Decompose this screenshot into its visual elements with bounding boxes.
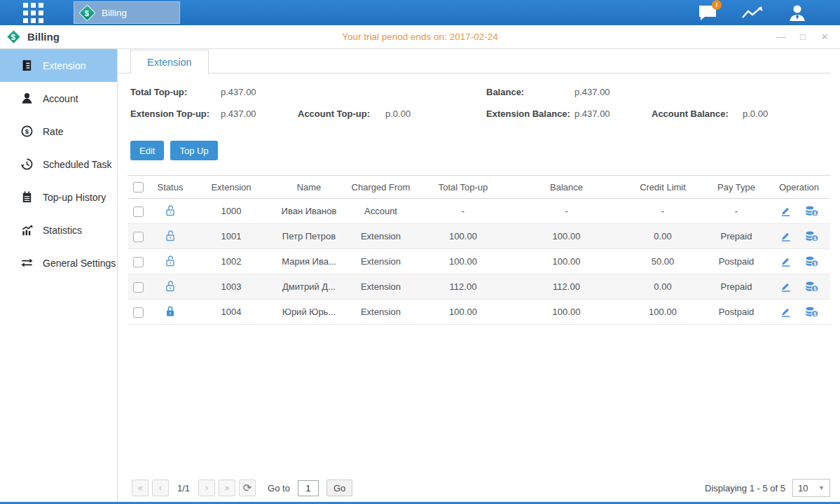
sidebar-item-label: Scheduled Task bbox=[43, 159, 112, 170]
table-body: 1000 Иван Иванов Account - - - - bbox=[128, 199, 830, 325]
balance-value: p.437.00 bbox=[574, 87, 610, 97]
cell-extension: 1001 bbox=[192, 224, 270, 249]
table-row[interactable]: 1000 Иван Иванов Account - - - - bbox=[128, 199, 830, 224]
refresh-button[interactable]: ⟳ bbox=[239, 479, 256, 496]
cell-extension: 1000 bbox=[192, 199, 270, 224]
cell-credit-limit: 50.00 bbox=[621, 249, 705, 274]
sidebar-item-scheduled-task[interactable]: Scheduled Task bbox=[0, 148, 117, 181]
cell-charged-from: Extension bbox=[347, 300, 414, 325]
app-launcher-grid-icon[interactable] bbox=[23, 3, 43, 23]
last-page-button[interactable]: » bbox=[219, 479, 235, 496]
cell-pay-type: Prepaid bbox=[705, 274, 768, 300]
sidebar-item-label: Account bbox=[43, 93, 78, 104]
user-account-icon[interactable] bbox=[785, 4, 809, 22]
maximize-icon[interactable]: □ bbox=[797, 31, 808, 42]
go-button[interactable]: Go bbox=[326, 479, 352, 496]
cell-extension: 1004 bbox=[192, 300, 270, 325]
account-topup-value: p.0.00 bbox=[385, 108, 411, 119]
edit-row-icon[interactable] bbox=[780, 255, 792, 267]
cell-charged-from: Extension bbox=[347, 274, 414, 300]
sidebar-item-account[interactable]: Account bbox=[0, 82, 117, 115]
cell-charged-from: Account bbox=[347, 199, 414, 224]
cell-total-topup: 112.00 bbox=[414, 274, 512, 300]
extension-topup-value: p.437.00 bbox=[221, 108, 256, 119]
cell-charged-from: Extension bbox=[347, 224, 414, 249]
sidebar-item-topup-history[interactable]: Top-up History bbox=[0, 181, 117, 214]
row-checkbox[interactable] bbox=[133, 257, 144, 267]
ledger-icon bbox=[20, 59, 34, 72]
sidebar-item-rate[interactable]: $ Rate bbox=[0, 115, 117, 148]
page-size-select[interactable]: 10 ▼ bbox=[792, 479, 830, 497]
displaying-text: Displaying 1 - 5 of 5 bbox=[705, 483, 785, 493]
app-screen: $ Billing ! $ Billing Your trial period … bbox=[0, 0, 840, 504]
extension-balance-label: Extension Balance: bbox=[486, 108, 570, 119]
sidebar-item-extension[interactable]: Extension bbox=[0, 49, 117, 82]
prev-page-button[interactable]: ‹ bbox=[152, 479, 169, 496]
top-up-row-icon[interactable]: $ bbox=[805, 281, 819, 293]
total-topup-label: Total Top-up: bbox=[130, 87, 187, 97]
top-up-row-icon[interactable]: $ bbox=[805, 306, 819, 318]
unlocked-status-icon bbox=[165, 230, 176, 241]
cell-balance: 100.00 bbox=[512, 224, 621, 249]
row-checkbox[interactable] bbox=[133, 307, 144, 318]
top-up-button[interactable]: Top Up bbox=[170, 141, 217, 160]
top-up-row-icon[interactable]: $ bbox=[805, 205, 819, 217]
row-checkbox[interactable] bbox=[133, 206, 144, 217]
unlocked-status-icon bbox=[165, 280, 176, 292]
sidebar-item-statistics[interactable]: Statistics bbox=[0, 214, 117, 246]
next-page-button[interactable]: › bbox=[198, 479, 215, 496]
sidebar-item-general-settings[interactable]: General Settings bbox=[0, 246, 117, 279]
goto-page-input[interactable] bbox=[298, 480, 319, 496]
extension-topup-label: Extension Top-up: bbox=[130, 108, 209, 119]
unlocked-status-icon bbox=[165, 255, 176, 267]
top-up-row-icon[interactable]: $ bbox=[805, 255, 819, 267]
balance-label: Balance: bbox=[486, 87, 524, 97]
edit-row-icon[interactable] bbox=[780, 230, 792, 242]
top-up-row-icon[interactable]: $ bbox=[805, 230, 819, 242]
window-titlebar: $ Billing Your trial period ends on: 201… bbox=[0, 25, 840, 49]
select-all-checkbox[interactable] bbox=[133, 182, 144, 192]
window-title: Billing bbox=[27, 31, 60, 43]
notifications-icon[interactable]: ! bbox=[696, 4, 719, 22]
cell-name: Иван Иванов bbox=[270, 199, 347, 224]
total-topup-value: p.437.00 bbox=[221, 87, 256, 97]
dollar-coin-icon: $ bbox=[20, 125, 34, 138]
close-icon[interactable]: ✕ bbox=[819, 31, 830, 42]
edit-button[interactable]: Edit bbox=[130, 141, 164, 160]
col-charged-from: Charged From bbox=[347, 176, 414, 199]
minimize-icon[interactable]: — bbox=[776, 31, 787, 42]
resource-monitor-icon[interactable] bbox=[741, 4, 764, 22]
cell-total-topup: - bbox=[414, 199, 512, 224]
page-indicator: 1/1 bbox=[177, 483, 190, 493]
col-credit-limit: Credit Limit bbox=[621, 176, 705, 199]
col-pay-type: Pay Type bbox=[705, 176, 768, 199]
cell-pay-type: Prepaid bbox=[705, 224, 768, 249]
table-row[interactable]: 1001 Петр Петров Extension 100.00 100.00… bbox=[128, 224, 830, 249]
first-page-button[interactable]: « bbox=[132, 479, 149, 496]
row-checkbox[interactable] bbox=[133, 282, 144, 293]
col-name: Name bbox=[270, 176, 347, 199]
taskbar-tab-billing[interactable]: $ Billing bbox=[74, 1, 180, 24]
edit-row-icon[interactable] bbox=[780, 306, 792, 318]
edit-row-icon[interactable] bbox=[780, 281, 792, 293]
cell-name: Петр Петров bbox=[270, 224, 347, 249]
cell-balance: 100.00 bbox=[512, 249, 621, 274]
cell-total-topup: 100.00 bbox=[414, 300, 512, 325]
table-row[interactable]: 1003 Дмитрий Д... Extension 112.00 112.0… bbox=[128, 274, 830, 300]
locked-status-icon bbox=[165, 305, 176, 317]
cell-pay-type: Postpaid bbox=[705, 300, 768, 325]
row-checkbox[interactable] bbox=[133, 232, 144, 242]
tab-extension[interactable]: Extension bbox=[130, 50, 209, 74]
cell-total-topup: 100.00 bbox=[414, 249, 512, 274]
account-topup-label: Account Top-up: bbox=[298, 108, 370, 119]
cell-balance: 100.00 bbox=[512, 300, 621, 325]
cell-charged-from: Extension bbox=[347, 249, 414, 274]
col-status: Status bbox=[149, 176, 192, 199]
edit-row-icon[interactable] bbox=[780, 205, 792, 217]
table-row[interactable]: 1002 Мария Ива... Extension 100.00 100.0… bbox=[128, 249, 830, 274]
notepad-icon bbox=[20, 190, 34, 204]
tab-strip: Extension bbox=[118, 49, 830, 74]
sliders-icon bbox=[20, 256, 34, 270]
table-row[interactable]: 1004 Юрий Юрь... Extension 100.00 100.00… bbox=[128, 300, 830, 325]
unlocked-status-icon bbox=[165, 204, 176, 216]
